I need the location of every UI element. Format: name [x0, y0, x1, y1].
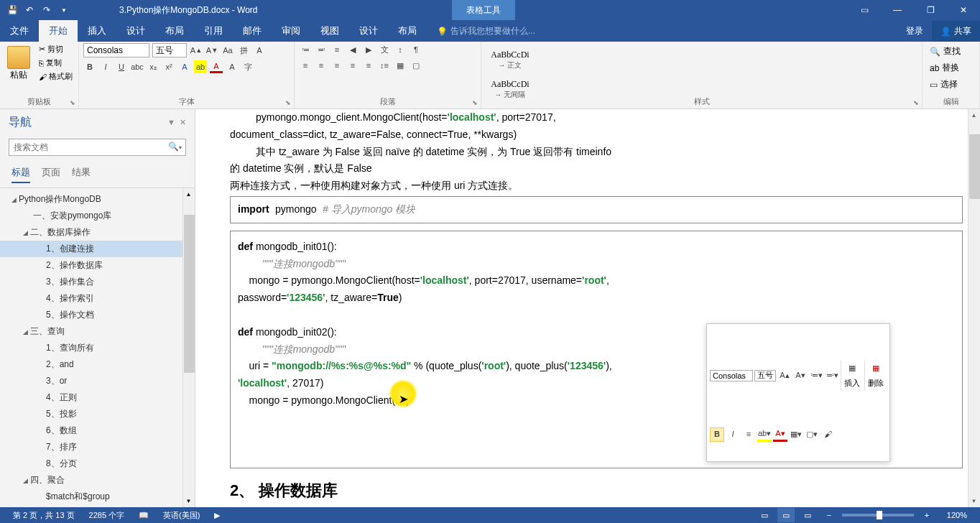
nav-item[interactable]: 6、数组: [0, 422, 195, 439]
tab-insert[interactable]: 插入: [78, 20, 116, 42]
mt-table-icon[interactable]: ▦: [845, 361, 859, 375]
web-layout-icon[interactable]: ▭: [799, 508, 816, 522]
nav-scrollbar[interactable]: ▲ ▼: [182, 188, 195, 507]
line-spacing-button[interactable]: ↕≡: [378, 59, 391, 72]
char-border-button[interactable]: A: [253, 44, 266, 57]
navpane-close-icon[interactable]: ✕: [180, 118, 186, 127]
mt-delete-label[interactable]: 删除: [868, 376, 884, 390]
italic-button[interactable]: I: [99, 60, 112, 73]
tab-design[interactable]: 设计: [116, 20, 155, 42]
share-button[interactable]: 👤共享: [932, 21, 980, 42]
shading-button[interactable]: ▦: [394, 59, 407, 72]
nav-item[interactable]: 3、操作集合: [0, 274, 195, 290]
style-item[interactable]: AaBbCcDi→ 正文: [486, 46, 535, 74]
nav-item[interactable]: ◢三、查询: [0, 323, 195, 340]
increase-indent-button[interactable]: ▶: [362, 43, 375, 56]
nav-tab-results[interactable]: 结果: [72, 166, 91, 183]
zoom-out-button[interactable]: −: [820, 508, 838, 522]
undo-icon[interactable]: ↶: [23, 4, 36, 17]
tab-review[interactable]: 审阅: [272, 20, 310, 42]
nav-item[interactable]: 4、操作索引: [0, 290, 195, 307]
ribbon-options-button[interactable]: ▭: [848, 0, 881, 20]
nav-item[interactable]: 5、操作文档: [0, 307, 195, 323]
mt-grow-font[interactable]: A▴: [777, 369, 792, 383]
mt-format-painter[interactable]: 🖌: [820, 427, 835, 442]
change-case-button[interactable]: Aa: [221, 44, 234, 57]
mt-bullets[interactable]: ≔▾: [809, 369, 823, 383]
paste-button[interactable]: 粘贴: [4, 43, 33, 84]
paragraph-launcher[interactable]: ⬊: [472, 99, 478, 106]
mt-font-input[interactable]: [710, 370, 753, 381]
align-center-button[interactable]: ≡: [315, 59, 328, 72]
zoom-handle[interactable]: [877, 511, 882, 519]
shrink-font-button[interactable]: A▼: [205, 44, 218, 57]
word-count[interactable]: 2285 个字: [82, 510, 132, 521]
grow-font-button[interactable]: A▲: [190, 44, 203, 57]
doc-scrollbar[interactable]: ▲ ▼: [968, 109, 980, 507]
zoom-slider[interactable]: [842, 514, 914, 517]
close-button[interactable]: ✕: [947, 0, 980, 20]
asian-layout-button[interactable]: 文: [378, 43, 391, 56]
nav-item[interactable]: 7、排序: [0, 439, 195, 455]
tab-mailings[interactable]: 邮件: [233, 20, 272, 42]
scroll-down-icon[interactable]: ▼: [183, 495, 194, 507]
mt-italic[interactable]: I: [726, 427, 740, 442]
format-painter-button[interactable]: 🖌格式刷: [37, 70, 74, 83]
zoom-in-button[interactable]: +: [918, 508, 935, 522]
mt-bold[interactable]: B: [710, 427, 724, 442]
nav-item[interactable]: 3、or: [0, 373, 195, 389]
multilevel-button[interactable]: ≡: [330, 43, 343, 56]
doc-scroll-down[interactable]: ▼: [969, 495, 979, 507]
scroll-thumb[interactable]: [184, 215, 195, 373]
highlight-button[interactable]: ab: [194, 60, 207, 73]
mt-size-input[interactable]: [754, 370, 776, 381]
justify-button[interactable]: ≡: [346, 59, 359, 72]
align-left-button[interactable]: ≡: [299, 59, 312, 72]
search-icon[interactable]: 🔍▾: [168, 142, 182, 152]
nav-item[interactable]: 2、操作数据库: [0, 257, 195, 274]
tab-layout[interactable]: 布局: [155, 20, 194, 42]
nav-item[interactable]: 2、and: [0, 356, 195, 373]
tab-table-design[interactable]: 设计: [349, 20, 388, 42]
subscript-button[interactable]: x₂: [147, 60, 160, 73]
tab-references[interactable]: 引用: [194, 20, 233, 42]
find-button[interactable]: 🔍查找: [927, 43, 975, 60]
nav-item[interactable]: 5、投影: [0, 406, 195, 422]
doc-scroll-up[interactable]: ▲: [969, 109, 979, 121]
tab-home[interactable]: 开始: [39, 20, 78, 42]
nav-item[interactable]: $match和$group: [0, 489, 195, 505]
char-shading-button[interactable]: A: [226, 60, 239, 73]
save-icon[interactable]: 💾: [6, 4, 19, 17]
scroll-up-icon[interactable]: ▲: [183, 188, 194, 200]
show-marks-button[interactable]: ¶: [410, 43, 422, 56]
mt-font-color[interactable]: A▾: [773, 427, 787, 442]
nav-item[interactable]: ◢Python操作MongoDB: [0, 191, 195, 208]
navpane-dropdown-icon[interactable]: ▼: [167, 118, 175, 127]
strikethrough-button[interactable]: abc: [131, 60, 144, 73]
decrease-indent-button[interactable]: ◀: [346, 43, 359, 56]
language-status[interactable]: 英语(美国): [156, 510, 207, 521]
tellme-search[interactable]: 💡告诉我您想要做什么...: [427, 21, 545, 42]
copy-button[interactable]: ⎘复制: [37, 57, 74, 69]
text-effects-button[interactable]: A: [178, 60, 191, 73]
tab-file[interactable]: 文件: [0, 20, 39, 42]
minimize-button[interactable]: —: [881, 0, 914, 20]
print-layout-icon[interactable]: ▭: [777, 508, 795, 522]
bullets-button[interactable]: ≔: [299, 43, 312, 56]
tab-table-layout[interactable]: 布局: [388, 20, 427, 42]
nav-item[interactable]: ◢二、数据库操作: [0, 224, 195, 241]
nav-item[interactable]: $project: [0, 505, 195, 507]
zoom-level[interactable]: 120%: [940, 511, 974, 519]
page-status[interactable]: 第 2 页，共 13 页: [6, 510, 82, 521]
restore-button[interactable]: ❐: [914, 0, 947, 20]
borders-button[interactable]: ▢: [410, 59, 422, 72]
clipboard-launcher[interactable]: ⬊: [70, 99, 75, 106]
mt-insert-label[interactable]: 插入: [844, 376, 860, 390]
nav-search-input[interactable]: [9, 139, 186, 156]
cut-button[interactable]: ✂剪切: [37, 43, 74, 55]
macro-icon[interactable]: ▶: [207, 511, 227, 520]
nav-item[interactable]: 8、分页: [0, 455, 195, 472]
nav-tab-headings[interactable]: 标题: [11, 166, 30, 183]
nav-item[interactable]: ◢四、聚合: [0, 472, 195, 489]
select-button[interactable]: ▭选择: [927, 76, 975, 93]
